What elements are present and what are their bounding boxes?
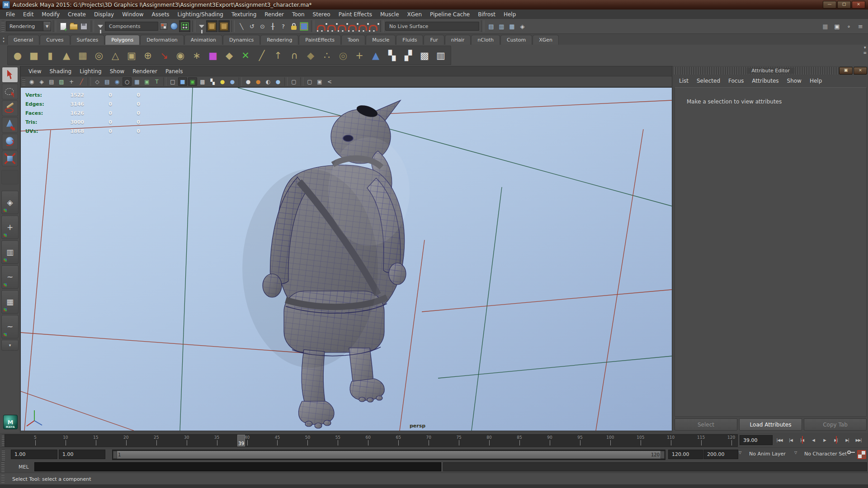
subdiv-proxy-icon[interactable]: ■ [205,47,221,64]
menu-item[interactable]: Assets [148,10,174,19]
pan-zoom-icon[interactable]: + [67,77,76,86]
wireframe-mode-icon[interactable]: □ [168,77,177,86]
shelf-tab[interactable]: Curves [40,35,70,45]
selection-mask-filter-icon[interactable] [98,25,103,28]
chevron-down-icon[interactable]: ▽ [794,450,797,455]
menu-item[interactable]: Selected [693,76,724,85]
ae-close-button[interactable]: × [854,67,867,75]
uv-texture-editor-icon[interactable]: ▥ [433,47,449,64]
shelf-tab[interactable]: Muscle [366,35,396,45]
shelf-tab[interactable]: Dynamics [223,35,260,45]
interactive-split-icon[interactable]: ╱ [254,47,270,64]
separate-icon[interactable]: ↘ [156,47,172,64]
shelf-tab[interactable]: Custom [500,35,532,45]
paint-selection-tool-button[interactable] [2,100,18,116]
extrude-icon[interactable]: ↑ [270,47,286,64]
menu-item[interactable]: Window [118,10,147,19]
resolution-gate-icon[interactable]: ◉ [113,77,122,86]
shelf-tab[interactable]: Animation [184,35,222,45]
make-live-icon[interactable] [368,21,378,32]
play-forward-button[interactable]: ▶ [819,434,830,446]
use-all-lights-icon[interactable]: ▚ [208,77,217,86]
select-by-object-icon[interactable] [169,21,179,32]
menu-item[interactable]: Lighting/Shading [174,10,227,19]
divider[interactable] [231,20,235,32]
snap-to-projected-center-icon[interactable] [347,21,358,32]
live-object-icon[interactable]: ⊙ [257,21,268,32]
anim-layer-selector[interactable]: No Anim Layer [746,450,786,458]
menu-item[interactable]: Attributes [748,76,783,85]
menu-item[interactable]: Shading [45,67,75,76]
play-backwards-button[interactable]: ◀ [808,434,819,446]
playback-start-field[interactable]: 1.00 [59,450,105,459]
axis-constraint-icon[interactable]: ╂ [268,21,278,32]
divider[interactable] [53,20,56,32]
render-current-frame-icon[interactable]: ▤ [486,21,496,32]
image-plane-icon[interactable]: ▨ [57,77,66,86]
shelf-tab[interactable]: XGen [533,35,559,45]
shelf-tab[interactable]: Fur [424,35,444,45]
animation-end-field[interactable]: 200.00 [703,450,738,459]
wireframe-on-shaded-icon[interactable]: ▣ [188,77,197,86]
step-back-frame-button[interactable]: |◀ [785,434,796,446]
ipr-render-icon[interactable]: ▥ [496,21,507,32]
animation-start-field[interactable]: 1.00 [11,450,57,459]
divider[interactable] [192,20,195,32]
textured-ball-icon[interactable]: ● [254,77,263,86]
menu-item[interactable]: Show [783,76,806,85]
tool-settings-toggle-icon[interactable]: ∘ [844,21,854,32]
uv-planar-mapping-icon[interactable]: ▞ [400,47,416,64]
share-panel-icon[interactable]: < [325,77,334,86]
shelf-tab[interactable]: nHair [445,35,471,45]
layout-more-dropdown[interactable]: ▾ [1,340,19,351]
quick-help-icon[interactable]: ? [278,21,288,32]
shelf-tab[interactable]: Toon [341,35,365,45]
grease-pencil-icon[interactable]: ╱ [77,77,86,86]
menu-item[interactable]: XGen [403,10,426,19]
range-slider-track[interactable]: 1 120 [112,450,665,460]
target-weld-icon[interactable]: ◎ [335,47,351,64]
rotate-tool-button[interactable] [2,134,18,150]
attribute-editor-button[interactable]: Select [675,418,737,431]
shelf-menu-up-icon[interactable]: ▴ [3,36,5,40]
select-tool-button[interactable] [2,67,18,83]
maximize-button[interactable]: ▢ [837,1,851,9]
film-gate-icon[interactable]: ▤ [103,77,112,86]
divider[interactable] [91,20,94,32]
menu-item[interactable]: Focus [724,76,748,85]
chevron-down-icon[interactable]: ▽ [739,450,741,455]
render-settings-icon[interactable]: ▦ [507,21,517,32]
character-set-selector[interactable]: No Character Set [801,450,847,458]
poly-sphere-icon[interactable]: ● [9,47,26,64]
menu-item[interactable]: Display [90,10,118,19]
layout-hypershade-persp-button[interactable]: ▦ [1,290,19,314]
new-scene-icon[interactable] [58,21,68,32]
bridge-icon[interactable]: ∩ [286,47,302,64]
menu-item[interactable]: Stereo [309,10,335,19]
layout-persp-graph-alt-button[interactable]: ~ [1,315,19,338]
menu-item[interactable]: Help [806,76,826,85]
combine-icon[interactable]: ⊕ [140,47,156,64]
layout-single-perspective-button[interactable]: ◈ [1,191,19,214]
divider[interactable] [481,20,484,32]
highlight-selection-icon[interactable] [299,21,309,32]
menu-item[interactable]: File [2,10,19,19]
shelf-options-icon[interactable]: ▾ [864,45,866,50]
layout-persp-graph-button[interactable]: ~ [1,265,19,289]
cut-faces-icon[interactable]: ✕ [237,47,254,64]
range-end-handle[interactable] [660,451,665,459]
grid-options-icon[interactable]: ▦ [820,21,830,32]
auto-keyframe-icon[interactable] [857,450,866,459]
divider[interactable] [380,20,383,32]
select-by-component-icon[interactable] [179,20,190,32]
command-input[interactable] [34,462,441,471]
step-forward-key-button[interactable]: ▶| [830,434,841,446]
menu-item[interactable]: Render [260,10,288,19]
attribute-editor-title-bar[interactable]: Attribute Editor [674,67,867,75]
current-time-field[interactable]: 39.00 [740,435,773,445]
drag-handle[interactable] [1,21,5,32]
current-frame-marker[interactable]: 39 [237,435,245,446]
show-hide-editors-button[interactable]: ▣ [832,21,842,32]
gate-mask-icon[interactable]: ○ [123,77,132,86]
step-back-key-button[interactable]: |◀ [797,434,807,446]
